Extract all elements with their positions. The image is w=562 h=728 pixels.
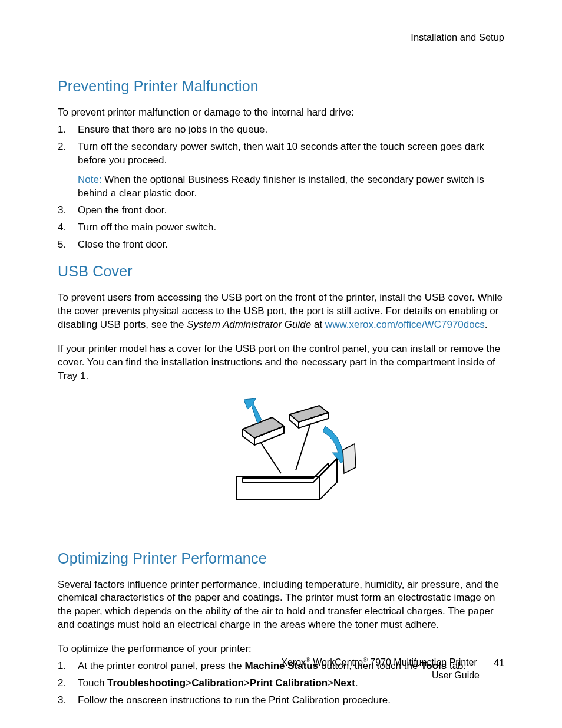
step-text: Close the front door. bbox=[78, 238, 504, 252]
note-block: Note: When the optional Business Ready f… bbox=[78, 173, 504, 200]
list-item: 2. Turn off the secondary power switch, … bbox=[58, 140, 504, 200]
text-run: . bbox=[485, 319, 488, 330]
list-item: 3. Open the front door. bbox=[58, 204, 504, 218]
footer-line-2: User Guide bbox=[58, 669, 504, 682]
step-number: 5. bbox=[58, 238, 78, 252]
page-footer: Xerox® WorkCentre® 7970 Multifunction Pr… bbox=[58, 656, 504, 682]
list-item: 5. Close the front door. bbox=[58, 238, 504, 252]
list-item: 4. Turn off the main power switch. bbox=[58, 221, 504, 235]
registered-mark: ® bbox=[363, 657, 368, 663]
step-text: Open the front door. bbox=[78, 204, 504, 218]
text-run: WorkCentre bbox=[310, 658, 363, 668]
footer-line-1: Xerox® WorkCentre® 7970 Multifunction Pr… bbox=[58, 656, 504, 669]
s2-paragraph-1: To prevent users from accessing the USB … bbox=[58, 291, 504, 332]
svg-line-1 bbox=[296, 423, 310, 470]
s3-paragraph-1: Several factors influence printer perfor… bbox=[58, 578, 504, 633]
step-number: 3. bbox=[58, 204, 78, 218]
step-text: Turn off the secondary power switch, the… bbox=[78, 140, 504, 200]
note-label: Note: bbox=[78, 174, 102, 185]
note-text: When the optional Business Ready finishe… bbox=[78, 174, 484, 199]
header-section-label: Installation and Setup bbox=[58, 31, 504, 44]
s2-paragraph-2: If your printer model has a cover for th… bbox=[58, 342, 504, 383]
heading-preventing-malfunction: Preventing Printer Malfunction bbox=[58, 77, 504, 97]
text-run: 7970 Multifunction Printer bbox=[368, 658, 477, 668]
registered-mark: ® bbox=[306, 657, 310, 663]
step-number: 1. bbox=[58, 123, 78, 137]
step-number: 3. bbox=[58, 694, 78, 707]
heading-optimizing-performance: Optimizing Printer Performance bbox=[58, 549, 504, 569]
step-text-inner: Turn off the secondary power switch, the… bbox=[78, 141, 484, 166]
usb-cover-illustration bbox=[58, 394, 504, 533]
s3-paragraph-2: To optimize the performance of your prin… bbox=[58, 643, 504, 656]
step-text: Turn off the main power switch. bbox=[78, 221, 504, 235]
step-text: Ensure that there are no jobs in the que… bbox=[78, 123, 504, 137]
list-item: 1. Ensure that there are no jobs in the … bbox=[58, 123, 504, 137]
s1-steps-list: 1. Ensure that there are no jobs in the … bbox=[58, 123, 504, 252]
step-number: 2. bbox=[58, 140, 78, 200]
s1-intro: To prevent printer malfunction or damage… bbox=[58, 106, 504, 120]
heading-usb-cover: USB Cover bbox=[58, 262, 504, 282]
list-item: 3. Follow the onscreen instructions to r… bbox=[58, 694, 504, 707]
printer-tray-illustration-icon bbox=[201, 394, 361, 529]
svg-line-0 bbox=[260, 442, 281, 473]
text-run: at bbox=[311, 319, 325, 330]
step-text: Follow the onscreen instructions to run … bbox=[78, 694, 504, 707]
step-number: 4. bbox=[58, 221, 78, 235]
text-run: Xerox bbox=[281, 658, 306, 668]
text-run-italic: System Administrator Guide bbox=[187, 319, 311, 330]
link-wc7970docs[interactable]: www.xerox.com/office/WC7970docs bbox=[325, 319, 485, 330]
page-number: 41 bbox=[494, 657, 504, 670]
